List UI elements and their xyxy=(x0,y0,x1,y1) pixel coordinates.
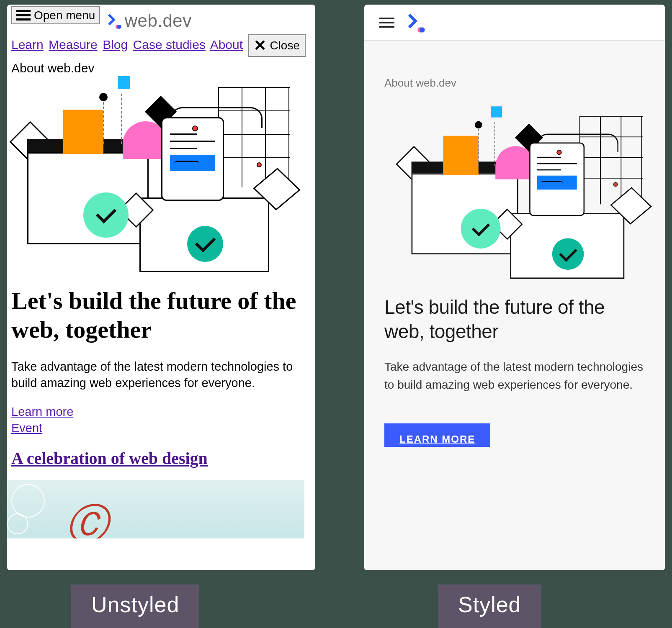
check-icon xyxy=(83,192,129,238)
hero-illustration xyxy=(23,77,299,274)
breadcrumb: About web.dev xyxy=(384,77,645,90)
page-subhead: Take advantage of the latest modern tech… xyxy=(384,358,645,394)
nav-about[interactable]: About xyxy=(210,38,243,51)
check-icon xyxy=(461,209,501,249)
page-headline: Let's build the future of the web, toget… xyxy=(384,295,645,343)
article-title-link[interactable]: A celebration of web design xyxy=(11,449,208,468)
close-menu-button[interactable]: ✕ Close xyxy=(248,34,306,57)
hamburger-icon[interactable] xyxy=(379,15,394,30)
site-logo[interactable]: web.dev xyxy=(106,11,192,31)
styled-panel: About web.dev Let's build the future of … xyxy=(363,3,666,572)
learn-more-link[interactable]: Learn more xyxy=(11,404,311,420)
primary-nav: Learn Measure Blog Case studies About ✕ … xyxy=(11,34,311,57)
hamburger-icon xyxy=(16,8,31,23)
check-icon xyxy=(552,238,584,270)
close-icon: ✕ xyxy=(254,37,266,54)
close-label: Close xyxy=(270,39,300,52)
unstyled-panel: Open menu web.dev Learn Measure Blog Cas… xyxy=(6,3,317,572)
nav-learn[interactable]: Learn xyxy=(11,38,44,51)
learn-more-button[interactable]: LEARN MORE xyxy=(384,423,490,447)
open-menu-button[interactable]: Open menu xyxy=(11,6,100,24)
open-menu-label: Open menu xyxy=(34,9,95,22)
logo-chevron-icon[interactable] xyxy=(405,13,425,33)
page-subhead: Take advantage of the latest modern tech… xyxy=(11,359,311,391)
site-name: web.dev xyxy=(125,11,192,31)
caption-unstyled: Unstyled xyxy=(71,584,199,628)
hero-illustration xyxy=(393,107,636,283)
breadcrumb: About web.dev xyxy=(11,61,311,75)
check-icon xyxy=(187,226,223,262)
nav-blog[interactable]: Blog xyxy=(103,38,128,51)
nav-measure[interactable]: Measure xyxy=(49,38,98,51)
page-headline: Let's build the future of the web, toget… xyxy=(11,286,311,344)
nav-case-studies[interactable]: Case studies xyxy=(133,38,206,51)
logo-chevron-icon xyxy=(106,13,121,29)
event-link[interactable]: Event xyxy=(11,420,311,436)
article-banner-image: Ⓒ xyxy=(6,480,304,538)
caption-styled: Styled xyxy=(438,584,541,628)
app-header xyxy=(364,5,665,41)
